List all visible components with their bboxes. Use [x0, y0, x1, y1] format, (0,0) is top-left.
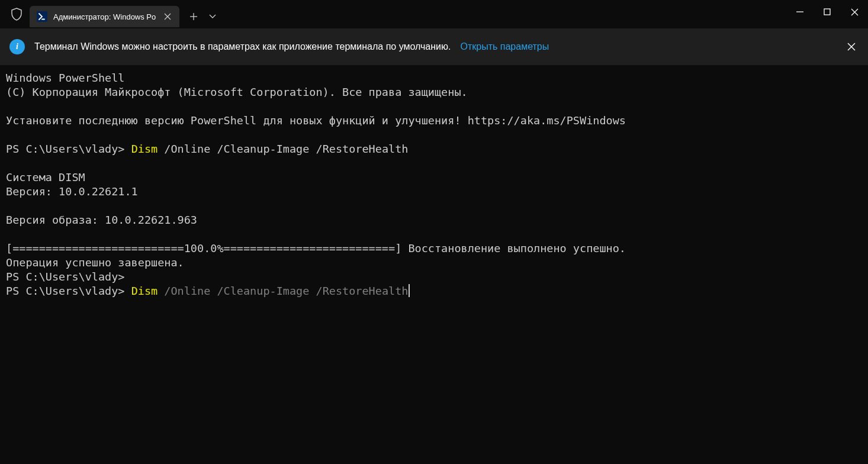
tab-title: Администратор: Windows Po: [53, 12, 156, 21]
tab-close-button[interactable]: [162, 11, 173, 22]
terminal-line: Версия: 10.0.22621.1: [6, 185, 138, 198]
tab-dropdown-button[interactable]: [203, 7, 222, 26]
terminal-output[interactable]: Windows PowerShell (C) Корпорация Майкро…: [0, 65, 868, 304]
minimize-button[interactable]: [786, 0, 814, 24]
svg-rect-6: [824, 9, 830, 15]
terminal-line: Операция успешно завершена.: [6, 256, 184, 269]
info-bar: i Терминал Windows можно настроить в пар…: [0, 28, 868, 65]
tab-active[interactable]: Администратор: Windows Po: [30, 6, 179, 27]
terminal-command-args: /Online /Cleanup-Image /RestoreHealth: [157, 285, 408, 297]
terminal-line: Windows PowerShell: [6, 72, 124, 84]
close-button[interactable]: [841, 0, 868, 24]
terminal-prompt: PS C:\Users\vlady>: [6, 143, 131, 155]
info-bar-text: Терминал Windows можно настроить в парам…: [34, 41, 451, 52]
terminal-command: Dism: [131, 285, 158, 297]
powershell-icon: [37, 11, 47, 22]
terminal-prompt: PS C:\Users\vlady>: [6, 285, 131, 297]
terminal-prompt: PS C:\Users\vlady>: [6, 270, 124, 283]
terminal-line: [==========================100.0%=======…: [6, 242, 626, 254]
open-settings-link[interactable]: Открыть параметры: [460, 41, 549, 52]
terminal-cursor: [409, 284, 410, 297]
terminal-command-args: /Online /Cleanup-Image /RestoreHealth: [157, 143, 408, 155]
titlebar: Администратор: Windows Po: [0, 0, 868, 28]
new-tab-button[interactable]: [184, 7, 203, 26]
info-icon: i: [9, 39, 25, 54]
maximize-button[interactable]: [814, 0, 841, 24]
info-bar-close-button[interactable]: [844, 40, 859, 54]
terminal-line: Cистема DISM: [6, 171, 85, 183]
terminal-command: Dism: [131, 143, 158, 155]
terminal-line: Установите последнюю версию PowerShell д…: [6, 114, 626, 127]
terminal-line: Версия образа: 10.0.22621.963: [6, 214, 197, 226]
shield-icon: [11, 8, 22, 21]
terminal-line: (C) Корпорация Майкрософт (Microsoft Cor…: [6, 86, 468, 98]
window-controls: [786, 0, 868, 24]
